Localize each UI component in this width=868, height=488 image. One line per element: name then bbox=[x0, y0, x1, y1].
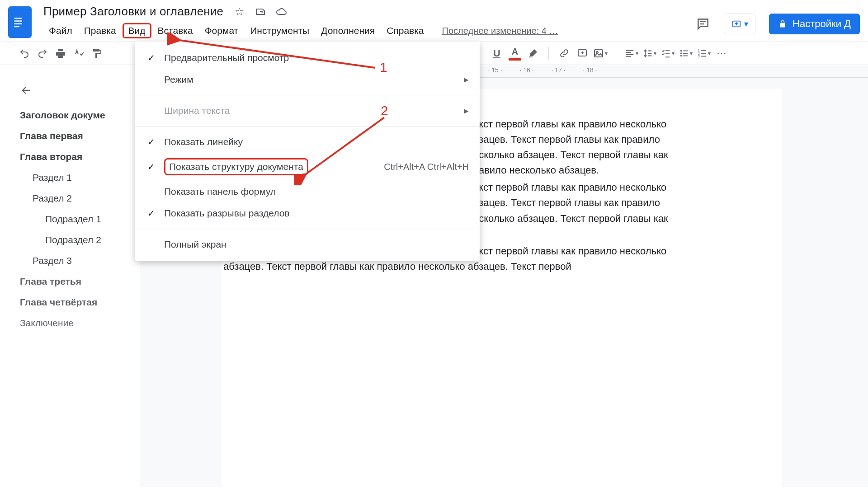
outline-item[interactable]: Заключение bbox=[20, 313, 135, 333]
line-spacing-button[interactable] bbox=[642, 46, 657, 61]
menu-item-label: Предварительный просмотр bbox=[164, 52, 289, 63]
outline-panel: Заголовок докумеГлава перваяГлава вторая… bbox=[0, 78, 140, 487]
last-edit-link[interactable]: Последнее изменение: 4 … bbox=[442, 26, 558, 36]
document-icon bbox=[13, 13, 27, 31]
menu-edit[interactable]: Правка bbox=[79, 23, 122, 38]
move-icon[interactable] bbox=[255, 6, 266, 17]
print-button[interactable] bbox=[53, 46, 68, 61]
outline-item[interactable]: Глава четвёртая bbox=[20, 292, 135, 313]
ruler-tick: · 17 · bbox=[542, 66, 574, 74]
outline-item[interactable]: Глава первая bbox=[20, 126, 135, 146]
more-tools-button[interactable]: ⋯ bbox=[715, 46, 729, 61]
svg-rect-3 bbox=[14, 26, 19, 28]
menu-item-label: Полный экран bbox=[164, 239, 226, 250]
menu-item-text-width[interactable]: Ширина текста ▸ bbox=[135, 100, 480, 122]
svg-rect-13 bbox=[683, 56, 688, 56]
submenu-arrow-icon: ▸ bbox=[464, 105, 469, 116]
text-color-button[interactable]: A bbox=[508, 46, 522, 61]
outline-item[interactable]: Глава третья bbox=[20, 271, 135, 292]
menu-item-shortcut: Ctrl+Alt+A Ctrl+Alt+H bbox=[384, 162, 469, 172]
checklist-button[interactable] bbox=[660, 46, 675, 61]
comments-icon[interactable] bbox=[696, 17, 710, 31]
undo-button[interactable] bbox=[17, 46, 32, 61]
svg-point-10 bbox=[680, 55, 682, 57]
svg-point-9 bbox=[680, 52, 682, 54]
menu-item-label: Показать структуру документа bbox=[169, 161, 303, 172]
svg-rect-6 bbox=[594, 50, 603, 57]
ruler-tick: · 18 · bbox=[574, 66, 606, 74]
svg-rect-11 bbox=[683, 51, 688, 52]
svg-rect-18 bbox=[701, 53, 706, 54]
cloud-status-icon[interactable] bbox=[276, 6, 287, 17]
menu-item-show-formula[interactable]: Показать панель формул bbox=[135, 181, 480, 202]
menu-item-label: Показать линейку bbox=[164, 136, 243, 147]
check-icon: ✓ bbox=[146, 208, 156, 219]
svg-rect-12 bbox=[683, 53, 688, 54]
share-button-label: Настройки Д bbox=[793, 18, 851, 30]
check-icon: ✓ bbox=[146, 136, 156, 147]
submenu-arrow-icon: ▸ bbox=[464, 74, 469, 85]
ruler-tick: · 16 · bbox=[511, 66, 542, 74]
star-icon[interactable]: ☆ bbox=[234, 6, 245, 17]
menu-help[interactable]: Справка bbox=[381, 23, 429, 38]
outline-item[interactable]: Заголовок докуме bbox=[20, 105, 135, 126]
docs-logo[interactable] bbox=[8, 6, 32, 38]
document-title[interactable]: Пример Заголовки и оглавление bbox=[43, 5, 223, 19]
menu-view[interactable]: Вид bbox=[123, 23, 151, 38]
svg-point-8 bbox=[680, 50, 682, 52]
highlight-button[interactable] bbox=[526, 46, 540, 61]
menu-item-label: Ширина текста bbox=[164, 105, 230, 116]
outline-item[interactable]: Раздел 1 bbox=[20, 167, 135, 188]
insert-image-button[interactable] bbox=[593, 46, 608, 61]
menu-item-show-ruler[interactable]: ✓ Показать линейку bbox=[135, 131, 480, 153]
menu-item-mode[interactable]: Режим ▸ bbox=[135, 69, 480, 90]
svg-rect-0 bbox=[14, 18, 23, 19]
paint-format-button[interactable] bbox=[90, 46, 104, 61]
check-icon: ✓ bbox=[146, 52, 156, 63]
outline-item[interactable]: Подраздел 1 bbox=[20, 209, 135, 230]
menu-insert[interactable]: Вставка bbox=[152, 23, 198, 38]
outline-collapse-icon[interactable] bbox=[20, 84, 33, 99]
outline-item[interactable]: Подраздел 2 bbox=[20, 230, 135, 250]
menu-file[interactable]: Файл bbox=[43, 23, 78, 38]
menu-item-label: Показать разрывы разделов bbox=[164, 208, 290, 219]
spellcheck-button[interactable] bbox=[71, 46, 86, 61]
outline-item[interactable]: Глава вторая bbox=[20, 146, 135, 167]
outline-item[interactable]: Раздел 3 bbox=[20, 250, 135, 271]
menu-item-full-screen[interactable]: Полный экран bbox=[135, 234, 480, 255]
menu-tools[interactable]: Инструменты bbox=[245, 23, 315, 38]
share-button[interactable]: Настройки Д bbox=[769, 14, 860, 34]
ruler-tick: · 15 · bbox=[479, 66, 511, 74]
view-menu-dropdown: ✓ Предварительный просмотр Режим ▸ Ширин… bbox=[135, 42, 480, 261]
app-header: Пример Заголовки и оглавление ☆ Файл Пра… bbox=[0, 0, 868, 42]
svg-rect-2 bbox=[14, 23, 23, 25]
svg-rect-1 bbox=[14, 20, 23, 22]
menu-item-show-outline[interactable]: ✓ Показать структуру документа Ctrl+Alt+… bbox=[135, 153, 480, 181]
redo-button[interactable] bbox=[35, 46, 50, 61]
svg-text:3: 3 bbox=[698, 54, 700, 58]
underline-button[interactable]: U bbox=[490, 46, 504, 61]
lock-icon bbox=[778, 19, 787, 28]
bulleted-list-button[interactable] bbox=[679, 46, 693, 61]
svg-rect-19 bbox=[701, 56, 706, 57]
svg-rect-17 bbox=[701, 50, 706, 51]
numbered-list-button[interactable]: 123 bbox=[697, 46, 711, 61]
menu-addons[interactable]: Дополнения bbox=[316, 23, 380, 38]
present-button[interactable]: ▾ bbox=[724, 14, 755, 34]
menu-format[interactable]: Формат bbox=[199, 23, 244, 38]
insert-comment-button[interactable] bbox=[575, 46, 590, 61]
menu-item-label: Показать панель формул bbox=[164, 186, 276, 197]
menu-item-show-section-breaks[interactable]: ✓ Показать разрывы разделов bbox=[135, 202, 480, 224]
menu-item-preview[interactable]: ✓ Предварительный просмотр bbox=[135, 47, 480, 69]
check-icon: ✓ bbox=[146, 161, 156, 172]
insert-link-button[interactable] bbox=[557, 46, 571, 61]
outline-item[interactable]: Раздел 2 bbox=[20, 188, 135, 209]
align-button[interactable] bbox=[624, 46, 639, 61]
menu-item-label: Режим bbox=[164, 74, 193, 85]
